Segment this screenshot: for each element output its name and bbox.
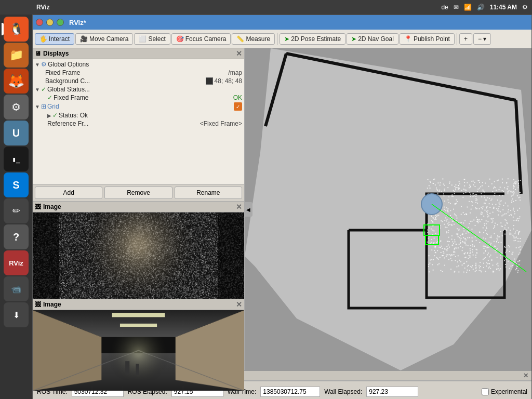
volume-icon: 🔊	[477, 4, 485, 11]
global-status-arrow[interactable]: ▼	[35, 87, 40, 92]
title-bar: RViz*	[33, 15, 531, 30]
measure-button[interactable]: 📏 Measure	[232, 33, 275, 45]
tree-row-global-options[interactable]: ▼ ⚙ Global Options	[33, 60, 244, 69]
image-panel-1-close[interactable]: ✕	[236, 203, 242, 211]
dock-skype[interactable]: S	[4, 172, 29, 197]
global-options-icon: ⚙	[41, 61, 47, 68]
image-1-canvas	[33, 212, 244, 299]
toolbar-separator-2	[457, 33, 457, 45]
measure-icon: 📏	[236, 35, 244, 43]
image-panel-1-title-group: 🖼 Image	[35, 203, 61, 210]
dock-settings[interactable]: ⚙	[4, 95, 29, 119]
maximize-button[interactable]	[57, 19, 64, 26]
interact-button[interactable]: 🖐 Interact	[35, 33, 74, 45]
tree-row-grid[interactable]: ▼ ⊞ Grid ✓	[33, 102, 244, 111]
displays-close-icon[interactable]: ✕	[236, 49, 242, 58]
tree-row-global-status[interactable]: ▼ ✓ Global Status...	[33, 85, 244, 94]
grid-arrow[interactable]: ▼	[35, 104, 40, 110]
tree-row-status-ok[interactable]: ▶ ✓ Status: Ok	[33, 111, 244, 119]
select-button[interactable]: ⬜ Select	[134, 33, 170, 45]
nav-icon: ➤	[351, 35, 356, 43]
pose-estimate-button[interactable]: ➤ 2D Pose Estimate	[280, 33, 345, 45]
global-status-check: ✓	[41, 86, 46, 93]
rename-display-button[interactable]: Rename	[175, 187, 242, 199]
move-camera-label: Move Camera	[89, 35, 128, 43]
main-layout: 🖥 Displays ✕ ▼ ⚙ Global Options Fixed Fr…	[33, 48, 531, 370]
wifi-icon: 📶	[464, 4, 472, 11]
fixed-frame-ok-value: OK	[233, 94, 242, 101]
grid-check-icon: ✓	[234, 102, 242, 111]
image-2-icon: 🖼	[35, 301, 41, 308]
clock: 11:45 AM	[490, 4, 517, 11]
status-ok-label: Status: Ok	[59, 112, 242, 119]
wall-time-input[interactable]: 1385030712.75	[260, 387, 320, 397]
close-button[interactable]	[36, 19, 43, 26]
experimental-group: Experimental	[482, 388, 527, 395]
image-panel-2-header: 🖼 Image ✕	[33, 299, 244, 310]
add-toolbar-button[interactable]: +	[459, 33, 472, 45]
dock-files[interactable]: 📁	[4, 43, 29, 68]
publish-point-label: Publish Point	[414, 35, 450, 43]
displays-panel-icon: 🖥	[35, 50, 41, 57]
system-bar-left: RViz	[36, 4, 50, 11]
left-panel: 🖥 Displays ✕ ▼ ⚙ Global Options Fixed Fr…	[33, 48, 245, 370]
measure-label: Measure	[246, 35, 270, 43]
pose-icon: ➤	[284, 35, 289, 43]
tree-row-fixed-frame[interactable]: Fixed Frame /map	[33, 69, 244, 77]
tree-row-fixed-frame-ok[interactable]: ✓ Fixed Frame OK	[33, 94, 244, 102]
fixed-frame-check: ✓	[47, 94, 52, 101]
background-color-value: 48; 48; 48	[206, 77, 242, 85]
app-window: RViz* 🖐 Interact 🎥 Move Camera ⬜ Select …	[32, 15, 532, 399]
tree-row-background-color[interactable]: Background C... 48; 48; 48	[33, 77, 244, 85]
image-panel-1-title: Image	[43, 203, 61, 210]
displays-header-left: 🖥 Displays	[35, 50, 69, 57]
dock-terminal[interactable]: ▮_	[4, 147, 29, 171]
experimental-checkbox[interactable]	[482, 388, 489, 395]
dock-video[interactable]: 📹	[4, 276, 29, 301]
grid-icon: ⊞	[41, 103, 46, 110]
toolbar: 🖐 Interact 🎥 Move Camera ⬜ Select 🎯 Focu…	[33, 30, 531, 48]
fixed-frame-ok-label: Fixed Frame	[54, 94, 232, 101]
interact-label: Interact	[49, 35, 70, 43]
nav-goal-label: 2D Nav Goal	[358, 35, 394, 43]
wall-elapsed-label: Wall Elapsed:	[324, 388, 362, 395]
color-swatch	[206, 77, 213, 85]
dock-ubuntu[interactable]: 🐧	[4, 17, 29, 42]
image-panel-2-close[interactable]: ✕	[236, 300, 242, 309]
fixed-frame-label: Fixed Frame	[45, 69, 227, 76]
dropdown-icon: ▾	[483, 35, 486, 43]
window-title: RViz*	[69, 19, 86, 26]
grid-label: Grid	[47, 103, 233, 110]
dock-firefox[interactable]: 🦊	[4, 69, 29, 94]
publish-icon: 📍	[404, 35, 412, 43]
image-panel-2-body	[33, 310, 244, 391]
minimize-button[interactable]	[46, 19, 54, 26]
focus-camera-button[interactable]: 🎯 Focus Camera	[171, 33, 231, 45]
publish-point-button[interactable]: 📍 Publish Point	[400, 33, 455, 45]
global-status-label: Global Status...	[47, 86, 242, 93]
status-arrow[interactable]: ▶	[47, 113, 51, 118]
nav-goal-button[interactable]: ➤ 2D Nav Goal	[347, 33, 398, 45]
dock-help[interactable]: ?	[4, 224, 29, 249]
add-display-button[interactable]: Add	[35, 187, 102, 199]
hand-icon: 🖐	[39, 35, 47, 43]
time-header-close[interactable]: ✕	[523, 372, 528, 379]
tree-row-reference-frame[interactable]: Reference Fr... <Fixed Frame>	[33, 119, 244, 128]
global-options-arrow[interactable]: ▼	[35, 62, 40, 68]
dock-download[interactable]: ⬇	[4, 302, 29, 327]
move-camera-button[interactable]: 🎥 Move Camera	[75, 33, 133, 45]
gear-icon[interactable]: ⚙	[522, 4, 528, 11]
toolbar-separator-1	[277, 33, 277, 45]
displays-header: 🖥 Displays ✕	[33, 48, 244, 59]
dock-pen[interactable]: ✏	[4, 198, 29, 223]
remove-toolbar-button[interactable]: − ▾	[473, 33, 491, 45]
viewport-collapse-arrow[interactable]: ◀	[245, 202, 252, 217]
select-label: Select	[148, 35, 165, 43]
remove-display-button[interactable]: Remove	[104, 187, 172, 199]
dock-rviz[interactable]: RViz	[4, 250, 29, 275]
wall-elapsed-input[interactable]: 927.23	[366, 387, 418, 397]
dock-unity[interactable]: U	[4, 121, 29, 145]
focus-icon: 🎯	[176, 35, 184, 43]
mail-icon: ✉	[454, 4, 459, 11]
displays-title: Displays	[43, 50, 69, 57]
